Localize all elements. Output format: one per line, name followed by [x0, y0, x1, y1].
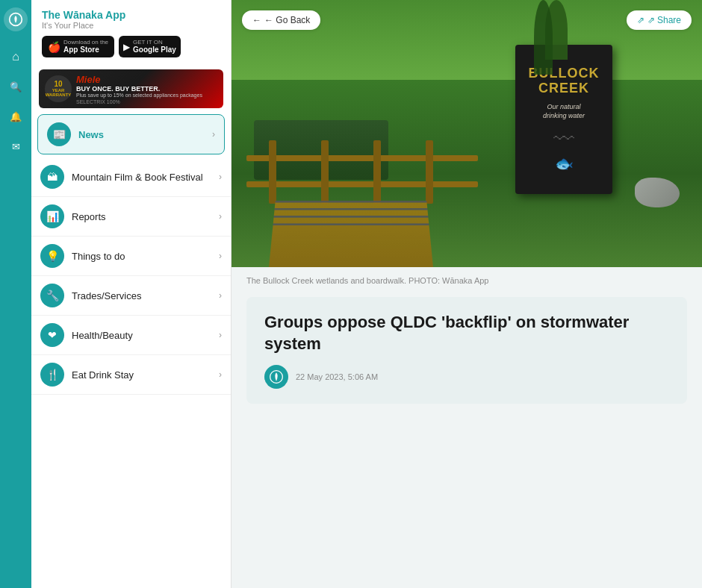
photo-caption: The Bullock Creek wetlands and boardwalk…: [246, 276, 687, 285]
avatar-icon: [269, 369, 284, 384]
article-content-area: The Bullock Creek wetlands and boardwalk…: [232, 267, 702, 422]
home-nav-button[interactable]: ⌂: [4, 45, 28, 69]
mountain-film-menu-icon: 🏔: [40, 165, 64, 189]
icon-sidebar: ⌂ 🔍 🔔 ✉: [0, 0, 31, 588]
store-badges: 🍎 Download on the App Store ▶ GET IT ON …: [42, 36, 220, 57]
article-card: Groups oppose QLDC 'backflip' on stormwa…: [246, 297, 687, 404]
things-to-do-menu-label: Things to do: [72, 251, 211, 262]
health-beauty-menu-label: Health/Beauty: [72, 330, 211, 341]
sign-fish-decoration: 〰: [553, 127, 574, 151]
google-store-badge[interactable]: ▶ GET IT ON Google Play: [119, 36, 181, 57]
google-badge-small: GET IT ON: [133, 39, 176, 46]
advertisement-banner[interactable]: 10 YEAR WARRANTY Miele BUY ONCE. BUY BET…: [39, 69, 223, 108]
menu-items-list: 📰News›🏔Mountain Film & Book Festival›📊Re…: [31, 114, 231, 395]
bell-icon: 🔔: [10, 111, 22, 122]
sidebar-item-mountain-film[interactable]: 🏔Mountain Film & Book Festival›: [31, 157, 231, 197]
article-meta: 22 May 2023, 5:06 AM: [264, 365, 669, 389]
sidebar-item-things-to-do[interactable]: 💡Things to do›: [31, 237, 231, 276]
go-back-button[interactable]: ← ← Go Back: [242, 10, 320, 30]
hero-image-container: BULLOCKCREEK Our naturaldrinking water 〰…: [232, 0, 702, 267]
search-icon: 🔍: [10, 81, 22, 93]
notifications-nav-button[interactable]: 🔔: [4, 104, 28, 128]
sidebar-item-health-beauty[interactable]: ❤Health/Beauty›: [31, 316, 231, 355]
sidebar-item-eat-drink-stay[interactable]: 🍴Eat Drink Stay›: [31, 355, 231, 395]
sign-subtitle: Our naturaldrinking water: [543, 102, 585, 121]
mountain-film-chevron-icon: ›: [219, 172, 222, 182]
reports-menu-label: Reports: [72, 211, 211, 222]
reports-menu-icon: 📊: [40, 204, 64, 228]
news-menu-icon: 📰: [47, 122, 71, 146]
health-beauty-chevron-icon: ›: [219, 330, 222, 340]
apple-store-badge[interactable]: 🍎 Download on the App Store: [42, 36, 114, 57]
mail-icon: ✉: [12, 141, 20, 152]
sidebar-item-trades-services[interactable]: 🔧Trades/Services›: [31, 276, 231, 316]
share-label: ⇗ Share: [647, 15, 681, 25]
health-beauty-menu-icon: ❤: [40, 323, 64, 347]
sign-fish-icon: 🐟: [555, 154, 574, 172]
ad-year-badge: 10 YEAR WARRANTY: [45, 75, 72, 102]
app-subtitle: It's Your Place: [42, 21, 220, 30]
article-date: 22 May 2023, 5:06 AM: [296, 372, 378, 381]
news-chevron-icon: ›: [212, 129, 215, 140]
article-title: Groups oppose QLDC 'backflip' on stormwa…: [264, 312, 669, 354]
mountain-film-menu-label: Mountain Film & Book Festival: [72, 172, 211, 183]
back-arrow-icon: ←: [252, 15, 261, 25]
ad-content: Miele BUY ONCE. BUY BETTER. Plus save up…: [76, 74, 217, 104]
eat-drink-stay-menu-label: Eat Drink Stay: [72, 369, 211, 381]
google-play-icon: ▶: [123, 42, 130, 52]
sidebar-item-news[interactable]: 📰News›: [37, 114, 225, 154]
menu-sidebar: The Wānaka App It's Your Place 🍎 Downloa…: [31, 0, 232, 588]
main-content: BULLOCKCREEK Our naturaldrinking water 〰…: [232, 0, 702, 588]
ad-store-name: SELECTRIX 100%: [76, 99, 217, 104]
mail-nav-button[interactable]: ✉: [4, 134, 28, 158]
bullock-creek-sign: BULLOCKCREEK Our naturaldrinking water 〰…: [515, 45, 612, 194]
ad-warranty-label: WARRANTY: [46, 93, 72, 97]
app-logo[interactable]: [4, 7, 28, 31]
search-nav-button[interactable]: 🔍: [4, 75, 28, 98]
things-to-do-chevron-icon: ›: [219, 251, 222, 261]
go-back-label: ← Go Back: [264, 15, 310, 25]
hero-image: BULLOCKCREEK Our naturaldrinking water 〰…: [232, 0, 702, 267]
trades-services-chevron-icon: ›: [219, 290, 222, 301]
article-avatar: [264, 365, 288, 389]
apple-badge-large: App Store: [63, 46, 108, 54]
sidebar-header: The Wānaka App It's Your Place 🍎 Downloa…: [31, 0, 231, 63]
things-to-do-menu-icon: 💡: [40, 244, 64, 268]
eat-drink-stay-chevron-icon: ›: [219, 369, 222, 380]
google-badge-large: Google Play: [133, 46, 176, 54]
apple-badge-small: Download on the: [63, 39, 108, 46]
ad-year-number: 10: [54, 81, 62, 88]
sidebar-item-reports[interactable]: 📊Reports›: [31, 197, 231, 237]
reports-chevron-icon: ›: [219, 211, 222, 222]
share-button[interactable]: ⇗ ⇗ Share: [627, 10, 692, 30]
ad-sub: Plus save up to 15% on selected applianc…: [76, 93, 217, 98]
logo-icon: [8, 12, 23, 27]
news-menu-label: News: [78, 129, 205, 140]
share-icon: ⇗: [637, 15, 644, 25]
ad-tagline: BUY ONCE. BUY BETTER.: [76, 85, 217, 93]
app-title: The Wānaka App: [42, 9, 220, 21]
apple-icon: 🍎: [48, 41, 60, 53]
trades-services-menu-icon: 🔧: [40, 284, 64, 307]
home-icon: ⌂: [12, 50, 19, 63]
eat-drink-stay-menu-icon: 🍴: [40, 363, 64, 387]
ad-brand: Miele: [76, 74, 217, 85]
trades-services-menu-label: Trades/Services: [72, 290, 211, 301]
